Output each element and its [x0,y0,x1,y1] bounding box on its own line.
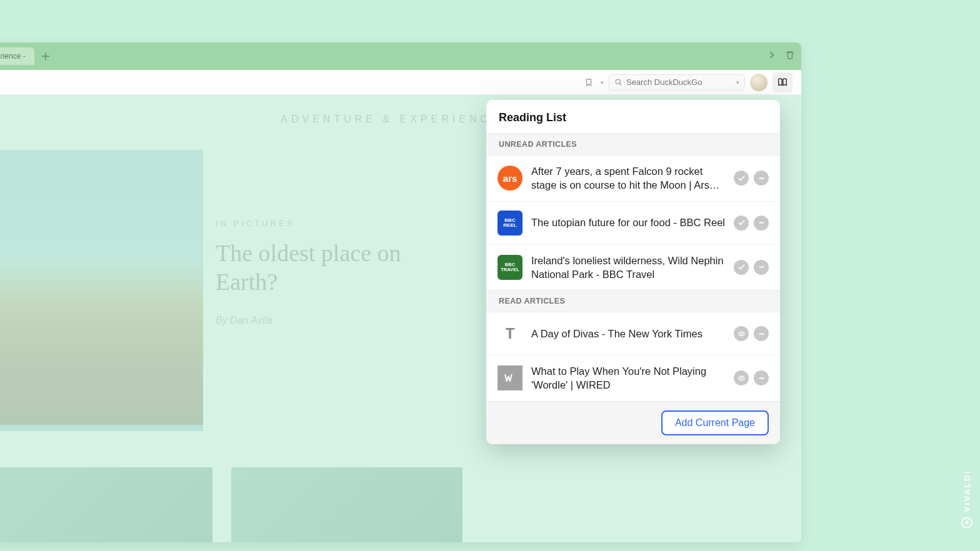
svg-point-3 [741,377,742,379]
check-icon [738,263,746,271]
minus-icon [758,219,766,227]
vivaldi-watermark: VIVALDI [961,470,972,529]
bookmark-dropdown-icon[interactable]: ▾ [601,79,604,86]
item-title: What to Play When You're Not Playing 'Wo… [531,364,725,392]
search-icon [614,78,622,86]
reading-list-item[interactable]: BBCTRAVEL Ireland's loneliest wilderness… [486,244,780,290]
bbc-travel-favicon-icon: BBCTRAVEL [498,255,522,280]
check-icon [738,174,746,182]
bookmark-icon[interactable] [582,76,596,89]
search-engine-dropdown-icon[interactable]: ▾ [736,79,739,86]
article-kicker: IN PICTURES [216,219,453,228]
watermark-text: VIVALDI [962,470,972,512]
eye-icon [738,330,746,338]
tab-overflow-icon[interactable] [768,51,776,62]
add-current-page-button[interactable]: Add Current Page [661,410,769,435]
mark-read-button[interactable] [734,260,749,275]
read-section-header: READ ARTICLES [486,290,780,312]
tab-bar: erience - [0,42,801,70]
tab-label: erience - [0,52,26,61]
article-headline: The oldest place on Earth? [216,239,453,296]
vivaldi-logo-icon [961,517,972,529]
remove-button[interactable] [754,260,769,275]
ars-technica-favicon-icon: ars [498,166,522,191]
article-byline: By Dan Avila [216,315,453,326]
minus-icon [758,374,766,382]
reading-list-item[interactable]: BBCREEL The utopian future for our food … [486,201,780,244]
remove-button[interactable] [754,370,769,385]
toolbar: ▾ ▾ [0,70,801,95]
mark-unread-button[interactable] [734,370,749,385]
item-title: Ireland's loneliest wilderness, Wild Nep… [531,254,725,282]
remove-button[interactable] [754,171,769,186]
bbc-reel-favicon-icon: BBCREEL [498,211,522,236]
eye-icon [738,374,746,382]
check-icon [738,219,746,227]
profile-avatar[interactable] [750,74,768,91]
new-tab-button[interactable] [38,49,53,64]
mark-unread-button[interactable] [734,326,749,341]
item-title: After 7 years, a spent Falcon 9 rocket s… [531,164,725,192]
item-title: The utopian future for our food - BBC Re… [531,216,725,229]
reading-list-panel: Reading List UNREAD ARTICLES ars After 7… [486,100,780,444]
minus-icon [758,330,766,338]
wired-favicon-icon [498,365,522,390]
minus-icon [758,263,766,271]
panel-footer: Add Current Page [486,401,780,444]
panel-title: Reading List [486,100,780,133]
search-field[interactable]: ▾ [609,74,745,91]
nyt-favicon-icon: T [498,321,522,346]
hero-image [0,150,203,431]
item-title: A Day of Divas - The New York Times [531,327,725,340]
search-input[interactable] [626,77,732,87]
thumbnail[interactable] [231,467,462,542]
remove-button[interactable] [754,326,769,341]
browser-tab[interactable]: erience - [0,47,34,65]
plus-icon [41,52,50,61]
svg-point-2 [741,333,742,335]
trash-icon[interactable] [785,50,795,62]
unread-section-header: UNREAD ARTICLES [486,133,780,156]
remove-button[interactable] [754,216,769,231]
reading-list-item[interactable]: ars After 7 years, a spent Falcon 9 rock… [486,156,780,201]
reading-list-item[interactable]: T A Day of Divas - The New York Times [486,312,780,355]
mark-read-button[interactable] [734,216,749,231]
minus-icon [758,174,766,182]
reading-list-item[interactable]: What to Play When You're Not Playing 'Wo… [486,355,780,401]
svg-text:T: T [506,325,515,342]
book-icon [777,77,788,88]
reading-list-button[interactable] [772,72,792,92]
mark-read-button[interactable] [734,171,749,186]
thumbnail[interactable] [0,467,212,542]
